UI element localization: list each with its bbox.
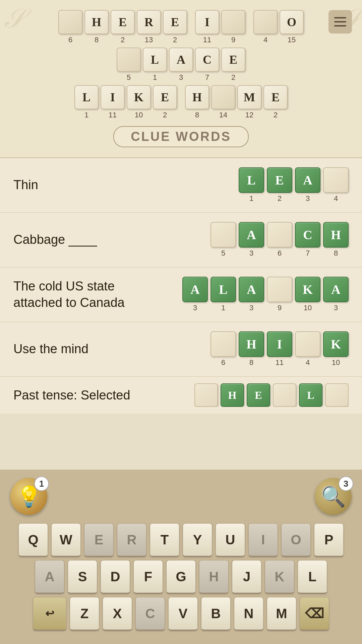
key-Q[interactable]: Q xyxy=(18,523,48,557)
ans-tile: K 10 xyxy=(323,331,349,367)
tile-number: 4 xyxy=(334,194,338,203)
tile-number: 6 xyxy=(221,358,225,367)
answer-tile-empty[interactable] xyxy=(325,383,349,407)
key-E[interactable]: E xyxy=(84,523,114,557)
tile-wrapper: 9 xyxy=(221,10,245,44)
puzzle-tile: R xyxy=(137,10,161,34)
key-A[interactable]: A xyxy=(35,560,64,594)
ans-tile: E xyxy=(247,383,270,407)
tile-number: 2 xyxy=(278,194,282,203)
magnifier-count: 3 xyxy=(339,476,353,491)
tile-number: 10 xyxy=(304,304,312,312)
answer-tile-empty[interactable] xyxy=(194,383,218,407)
key-W[interactable]: W xyxy=(51,523,81,557)
answer-tile[interactable]: E xyxy=(247,383,270,407)
key-S[interactable]: S xyxy=(68,560,97,594)
keyboard-area: 💡 1 🔍 3 Q W E R T Y U I O P A S D F G H … xyxy=(0,470,362,644)
answer-tile[interactable]: K xyxy=(323,331,349,357)
clue-row-cabbage: Cabbage ____ 5 A 3 6 C 7 H 8 xyxy=(0,213,362,267)
tile-number: 2 xyxy=(274,111,278,119)
answer-tile[interactable]: A xyxy=(295,167,320,193)
answer-tile[interactable]: K xyxy=(295,277,320,302)
lightbulb-powerup[interactable]: 💡 1 xyxy=(9,476,49,517)
key-R[interactable]: R xyxy=(117,523,146,557)
answer-tile[interactable]: I xyxy=(267,331,292,357)
key-Y[interactable]: Y xyxy=(183,523,212,557)
key-back-arrow[interactable]: ↩ xyxy=(33,597,66,631)
puzzle-tile xyxy=(58,10,82,34)
answer-tile[interactable]: H xyxy=(221,383,244,407)
magnifier-powerup[interactable]: 🔍 3 xyxy=(313,476,353,517)
key-B[interactable]: B xyxy=(201,597,231,631)
tile-group-2a: 5 L 1 A 3 C 7 E 2 xyxy=(117,48,245,82)
tile-wrapper: 5 xyxy=(117,48,141,82)
clue-words-inner: CLUE WORDS xyxy=(113,126,249,147)
answer-tile[interactable]: L xyxy=(210,277,236,302)
tile-number: 11 xyxy=(203,36,211,44)
tile-number: 10 xyxy=(332,358,340,367)
answer-tile[interactable]: L xyxy=(239,167,264,193)
tile-number: 4 xyxy=(306,358,310,367)
key-M[interactable]: M xyxy=(267,597,296,631)
tile-group-1c: 4 O 15 xyxy=(253,10,304,44)
menu-line1 xyxy=(334,17,346,18)
clue-row-thin: Thin L 1 E 2 A 3 4 xyxy=(0,158,362,213)
answer-tile[interactable]: A xyxy=(239,277,264,302)
answer-tile-empty[interactable] xyxy=(273,383,296,407)
key-D[interactable]: D xyxy=(101,560,130,594)
answer-tile-empty[interactable] xyxy=(210,222,236,248)
answer-tile[interactable]: A xyxy=(323,277,349,302)
tile-wrapper: C 7 xyxy=(195,48,219,82)
key-V[interactable]: V xyxy=(168,597,198,631)
tile-number: 8 xyxy=(95,36,99,44)
key-O[interactable]: O xyxy=(281,523,311,557)
key-N[interactable]: N xyxy=(234,597,263,631)
tile-wrapper: I 11 xyxy=(101,85,125,119)
tile-number: 12 xyxy=(245,111,253,119)
answer-tile-empty[interactable] xyxy=(210,331,236,357)
powerups-row: 💡 1 🔍 3 xyxy=(5,476,357,517)
key-K[interactable]: K xyxy=(265,560,294,594)
puzzle-tile: L xyxy=(143,48,167,72)
answer-tile-empty[interactable] xyxy=(323,167,349,193)
puzzle-tile: I xyxy=(101,85,125,109)
puzzle-tile: H xyxy=(185,85,209,109)
answer-tile[interactable]: H xyxy=(239,331,264,357)
answer-tile[interactable]: H xyxy=(323,222,349,248)
answer-tile[interactable]: A xyxy=(239,222,264,248)
key-P[interactable]: P xyxy=(314,523,344,557)
partial-clue-row: Past tense: Selected H E L xyxy=(0,377,362,414)
key-G[interactable]: G xyxy=(166,560,196,594)
key-I[interactable]: I xyxy=(248,523,278,557)
ans-tile xyxy=(273,383,296,407)
ans-tile xyxy=(325,383,349,407)
key-T[interactable]: T xyxy=(150,523,179,557)
key-backspace[interactable]: ⌫ xyxy=(300,597,329,631)
tile-number: 3 xyxy=(306,194,310,203)
answer-tile-empty[interactable] xyxy=(267,277,292,302)
tile-wrapper: 4 xyxy=(253,10,278,44)
answer-tile[interactable]: E xyxy=(267,167,292,193)
key-U[interactable]: U xyxy=(216,523,245,557)
ans-tile: 4 xyxy=(295,331,320,367)
key-C[interactable]: C xyxy=(135,597,165,631)
key-J[interactable]: J xyxy=(232,560,261,594)
answer-tile-empty[interactable] xyxy=(295,331,320,357)
key-L[interactable]: L xyxy=(298,560,327,594)
key-F[interactable]: F xyxy=(133,560,163,594)
menu-button[interactable] xyxy=(328,10,352,34)
answer-tile[interactable]: L xyxy=(299,383,322,407)
answer-tile-empty[interactable] xyxy=(267,222,292,248)
key-Z[interactable]: Z xyxy=(70,597,99,631)
answer-tile[interactable]: A xyxy=(182,277,208,302)
answer-tile[interactable]: C xyxy=(295,222,320,248)
tile-wrapper: K 10 xyxy=(127,85,151,119)
puzzle-tile: E xyxy=(111,10,135,34)
puzzle-tile: E xyxy=(163,10,187,34)
ans-tile: 6 xyxy=(210,331,236,367)
tile-number: 8 xyxy=(195,111,199,119)
key-X[interactable]: X xyxy=(103,597,132,631)
key-H[interactable]: H xyxy=(199,560,229,594)
puzzle-tile: A xyxy=(169,48,193,72)
clue-words-label: CLUE WORDS xyxy=(131,129,231,144)
